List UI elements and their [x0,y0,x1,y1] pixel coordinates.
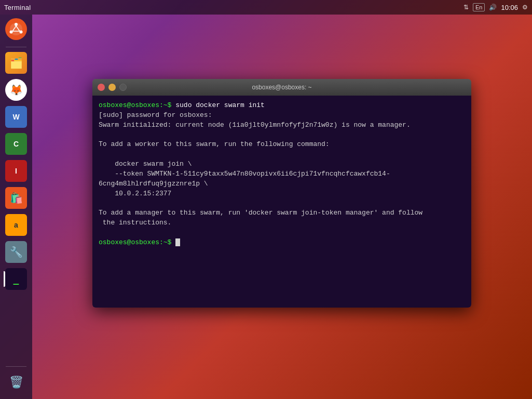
cmd-1: sudo docker swarm init [175,101,265,109]
launcher-item-software-center[interactable]: 🛍️ [4,185,29,210]
launcher-divider-top [6,47,26,47]
launcher-item-firefox[interactable]: 🦊 [4,77,29,102]
firefox-icon: 🦊 [5,79,27,101]
terminal-close-button[interactable] [98,84,105,91]
ubuntu-logo-icon [5,18,27,40]
output-manager-line1: To add a manager to this swarm, run 'doc… [99,209,422,217]
cursor [175,238,180,246]
top-bar-title: Terminal [4,4,31,11]
top-bar: Terminal ⇅ En 🔊 10:06 ⚙ [0,0,532,15]
launcher-sidebar: 🗂️ 🦊 W C I 🛍️ a 🔧 _ 🗑️ [0,15,32,399]
output-join-cmd: docker swarm join \ [99,160,192,168]
prompt-2: osboxes@osboxes:~$ [99,238,175,246]
libre-writer-icon: W [5,106,27,128]
terminal-body[interactable]: osboxes@osboxes:~$ sudo docker swarm ini… [92,96,471,308]
top-bar-right-icons: ⇅ En 🔊 10:06 ⚙ [463,3,528,11]
sort-icon: ⇅ [463,4,469,11]
launcher-item-trash[interactable]: 🗑️ [4,370,29,395]
output-sudo: [sudo] password for osboxes: [99,111,212,119]
power-icon[interactable]: ⚙ [522,4,528,11]
clock: 10:06 [501,4,518,11]
launcher-item-ubuntu-home[interactable] [4,17,29,42]
system-settings-icon: 🔧 [5,241,27,263]
terminal-icon: _ [5,268,27,290]
prompt-1: osboxes@osboxes:~$ [99,101,175,109]
libre-calc-icon: C [5,133,27,155]
launcher-divider-bottom [6,366,26,367]
output-manager-line2: the instructions. [99,219,171,227]
launcher-item-file-manager[interactable]: 🗂️ [4,50,29,75]
terminal-title-label: osboxes@osboxes: ~ [252,84,311,91]
amazon-icon: a [5,214,27,236]
output-ip: 10.0.2.15:2377 [99,190,171,197]
terminal-titlebar: osboxes@osboxes: ~ [92,79,471,96]
software-center-icon: 🛍️ [5,187,27,209]
launcher-item-libre-calc[interactable]: C [4,131,29,156]
volume-icon: 🔊 [489,4,497,11]
launcher-item-libre-writer[interactable]: W [4,104,29,129]
launcher-item-amazon[interactable]: a [4,212,29,237]
libre-impress-icon: I [5,160,27,182]
launcher-item-system-settings[interactable]: 🔧 [4,240,29,264]
terminal-minimize-button[interactable] [108,84,116,91]
launcher-trash-area: 🗑️ [4,365,29,395]
terminal-maximize-button[interactable] [119,84,127,91]
output-swarm-init: Swarm initialized: current node (1ia0jlt… [99,121,411,129]
launcher-item-terminal[interactable]: _ [4,267,29,291]
output-token: --token SWMTKN-1-511cy9taxx5w47n80vopivx… [99,170,390,188]
trash-icon: 🗑️ [5,371,27,393]
output-worker-intro: To add a worker to this swarm, run the f… [99,140,330,148]
terminal-window: osboxes@osboxes: ~ osboxes@osboxes:~$ su… [92,79,471,308]
file-manager-icon: 🗂️ [5,52,27,74]
launcher-item-libre-impress[interactable]: I [4,158,29,183]
language-indicator[interactable]: En [473,3,485,11]
